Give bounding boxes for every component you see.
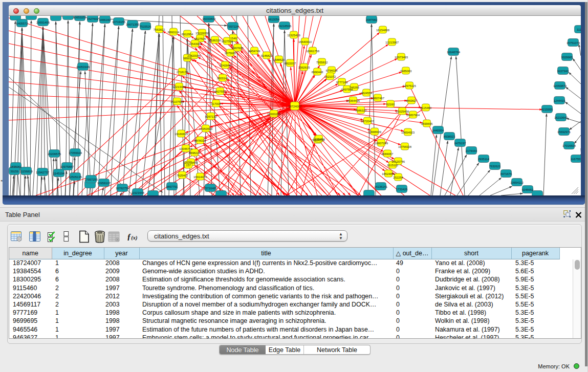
svg-text:8427552: 8427552 <box>214 90 226 93</box>
svg-text:10958107: 10958107 <box>97 181 111 185</box>
svg-text:2087682: 2087682 <box>366 18 378 21</box>
svg-text:8822037: 8822037 <box>285 61 296 65</box>
svg-text:16120746: 16120746 <box>391 160 405 163</box>
svg-text:1546: 1546 <box>230 36 237 40</box>
svg-text:1238454: 1238454 <box>313 137 325 141</box>
svg-text:746266: 746266 <box>349 85 359 89</box>
svg-text:12213967: 12213967 <box>385 40 399 44</box>
svg-text:12213389: 12213389 <box>172 85 186 89</box>
svg-text:9463627: 9463627 <box>406 99 418 102</box>
svg-text:8267130: 8267130 <box>205 115 217 118</box>
svg-text:1835061: 1835061 <box>10 165 22 168</box>
svg-text:10719155: 10719155 <box>112 20 126 24</box>
svg-text:9699695: 9699695 <box>421 122 433 125</box>
svg-text:2967608: 2967608 <box>232 46 244 50</box>
svg-text:16671355: 16671355 <box>126 23 140 26</box>
svg-text:19218506: 19218506 <box>278 24 292 28</box>
svg-text:98901: 98901 <box>183 56 192 60</box>
svg-text:11325419: 11325419 <box>287 33 300 37</box>
svg-text:8186328: 8186328 <box>209 38 221 42</box>
svg-text:6794028: 6794028 <box>326 69 338 72</box>
svg-text:7357224: 7357224 <box>227 25 239 28</box>
svg-text:2718176: 2718176 <box>177 70 188 74</box>
svg-text:16640910: 16640910 <box>298 40 312 43</box>
svg-text:19166825: 19166825 <box>175 132 188 136</box>
svg-text:16648784: 16648784 <box>447 50 461 54</box>
svg-text:62160: 62160 <box>386 102 395 106</box>
svg-text:16107554: 16107554 <box>170 100 184 103</box>
svg-text:8912954: 8912954 <box>182 32 193 36</box>
svg-text:1733426: 1733426 <box>396 187 408 191</box>
svg-text:12505135: 12505135 <box>69 175 82 179</box>
svg-text:9527505: 9527505 <box>194 37 206 40</box>
svg-text:15751074: 15751074 <box>567 41 580 45</box>
svg-text:14957964: 14957964 <box>406 113 420 117</box>
svg-text:10807467: 10807467 <box>371 96 385 100</box>
svg-text:2803144: 2803144 <box>217 76 229 80</box>
svg-text:7632621: 7632621 <box>489 164 501 168</box>
svg-text:16782759: 16782759 <box>116 186 129 190</box>
svg-text:12942737: 12942737 <box>36 170 50 174</box>
svg-text:18300295: 18300295 <box>267 112 281 116</box>
svg-text:6466160: 6466160 <box>99 18 111 21</box>
svg-text:8860124: 8860124 <box>168 30 180 34</box>
svg-text:1527602: 1527602 <box>87 17 99 20</box>
svg-text:1440954: 1440954 <box>432 128 444 132</box>
svg-text:9084067: 9084067 <box>382 152 394 156</box>
svg-text:16543982: 16543982 <box>188 42 202 46</box>
svg-text:18724007: 18724007 <box>288 104 302 108</box>
svg-text:1621072: 1621072 <box>324 75 336 78</box>
svg-text:15720407: 15720407 <box>361 119 375 123</box>
svg-text:6479197: 6479197 <box>454 141 466 145</box>
svg-text:39159: 39159 <box>10 169 19 173</box>
svg-text:9146821: 9146821 <box>261 54 273 57</box>
svg-text:8498222: 8498222 <box>189 151 201 155</box>
svg-text:3824554: 3824554 <box>361 91 373 95</box>
svg-text:17957255: 17957255 <box>84 178 98 181</box>
svg-text:1362615: 1362615 <box>298 65 310 69</box>
svg-text:(x): (x) <box>131 235 137 240</box>
svg-text:9242848: 9242848 <box>220 63 231 67</box>
svg-text:9329965: 9329965 <box>561 55 573 59</box>
svg-text:15226058: 15226058 <box>195 31 209 35</box>
svg-text:18807249: 18807249 <box>375 141 388 145</box>
svg-text:20206575: 20206575 <box>48 152 61 156</box>
svg-text:11156819: 11156819 <box>19 169 33 173</box>
svg-text:9857791: 9857791 <box>166 185 178 188</box>
svg-text:8215955: 8215955 <box>541 107 553 111</box>
svg-text:317008: 317008 <box>211 102 221 105</box>
svg-text:10653257: 10653257 <box>73 16 87 19</box>
svg-text:16033809: 16033809 <box>202 17 216 20</box>
svg-text:16154808: 16154808 <box>376 28 390 32</box>
svg-text:16210643: 16210643 <box>554 116 568 119</box>
svg-text:7625402: 7625402 <box>177 173 188 177</box>
svg-text:16914479: 16914479 <box>193 175 207 179</box>
svg-text:12093873: 12093873 <box>553 84 567 87</box>
svg-text:252254: 252254 <box>393 176 403 179</box>
svg-text:29053346: 29053346 <box>76 65 90 69</box>
svg-text:17016504: 17016504 <box>562 144 576 147</box>
svg-text:11923448: 11923448 <box>131 191 144 194</box>
svg-text:157: 157 <box>186 163 191 167</box>
svg-text:14136141: 14136141 <box>374 185 388 188</box>
svg-text:8938923: 8938923 <box>444 135 455 138</box>
svg-text:10688609: 10688609 <box>368 130 382 134</box>
svg-text:9245652: 9245652 <box>522 188 534 191</box>
svg-text:9527508: 9527508 <box>222 39 233 43</box>
svg-text:13353594: 13353594 <box>199 127 213 130</box>
svg-text:f: f <box>127 233 131 240</box>
svg-text:2935114: 2935114 <box>478 157 490 161</box>
svg-text:19654923: 19654923 <box>401 130 415 134</box>
svg-text:2174444: 2174444 <box>466 149 477 152</box>
svg-text:1244419: 1244419 <box>554 99 565 102</box>
svg-text:7663822: 7663822 <box>154 28 165 31</box>
svg-text:17359924: 17359924 <box>69 151 82 155</box>
svg-text:19756928: 19756928 <box>398 145 412 148</box>
svg-text:9115460: 9115460 <box>420 106 432 110</box>
svg-text:1117: 1117 <box>577 28 581 31</box>
svg-text:10046756: 10046756 <box>179 147 193 150</box>
svg-text:1167553: 1167553 <box>571 157 581 161</box>
svg-text:1405572: 1405572 <box>16 21 28 25</box>
svg-text:1145194: 1145194 <box>53 171 65 175</box>
svg-text:18524851: 18524851 <box>382 172 396 176</box>
